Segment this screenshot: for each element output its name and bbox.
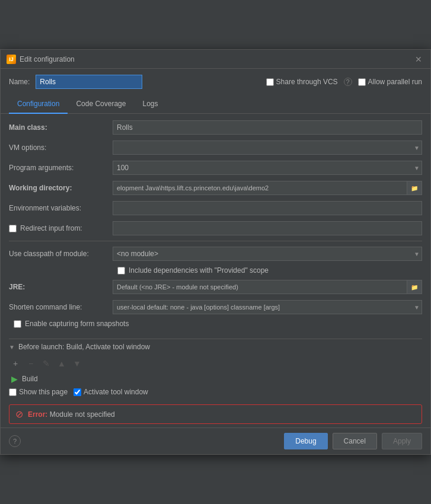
shorten-cmd-label: Shorten command line: xyxy=(9,303,113,311)
vm-options-row: VM options: ▼ xyxy=(9,140,422,155)
build-item-label: Build xyxy=(22,375,38,383)
vm-options-label: VM options: xyxy=(9,143,113,152)
before-launch-area: ▼ Before launch: Build, Activate tool wi… xyxy=(1,339,430,401)
footer-help-button[interactable]: ? xyxy=(9,435,21,447)
before-launch-down-button[interactable]: ▼ xyxy=(71,357,84,370)
jre-input[interactable] xyxy=(113,280,407,294)
jre-browse-button[interactable]: 📁 xyxy=(407,280,422,294)
build-arrow-icon: ▶ xyxy=(11,374,18,384)
dialog-title: Edit configuration xyxy=(20,55,75,63)
working-dir-row: Working directory: 📁 xyxy=(9,180,422,196)
close-button[interactable]: ✕ xyxy=(413,54,424,65)
show-page-label: Show this page xyxy=(19,388,68,396)
show-page-checkbox[interactable] xyxy=(9,388,17,396)
name-label: Name: xyxy=(9,78,30,86)
redirect-input-checkbox[interactable] xyxy=(9,225,17,232)
apply-button[interactable]: Apply xyxy=(382,433,422,449)
enable-snapshots-row: Enable capturing form snapshots xyxy=(9,320,422,328)
share-vcs-help-icon[interactable]: ? xyxy=(344,78,352,86)
title-bar-left: IJ Edit configuration xyxy=(7,55,75,64)
activate-tool-checkbox[interactable] xyxy=(74,388,81,396)
tab-logs[interactable]: Logs xyxy=(134,95,166,114)
working-dir-field: 📁 xyxy=(113,181,422,195)
edit-configuration-dialog: IJ Edit configuration ✕ Name: Share thro… xyxy=(0,49,431,455)
program-args-input[interactable] xyxy=(113,161,422,175)
allow-parallel-checkbox[interactable] xyxy=(358,78,366,86)
before-launch-remove-button[interactable]: − xyxy=(24,357,37,370)
tabs-bar: Configuration Code Coverage Logs xyxy=(1,95,430,114)
redirect-input-label: Redirect input from: xyxy=(20,224,82,232)
before-launch-toggle-icon[interactable]: ▼ xyxy=(9,344,15,350)
cancel-button[interactable]: Cancel xyxy=(333,433,377,449)
shorten-cmd-row: Shorten command line: ▼ xyxy=(9,299,422,315)
before-launch-add-button[interactable]: + xyxy=(9,357,22,370)
working-dir-input[interactable] xyxy=(113,181,407,195)
working-dir-browse-button[interactable]: 📁 xyxy=(407,181,422,195)
share-vcs-checkbox-label[interactable]: Share through VCS xyxy=(266,78,338,86)
app-icon: IJ xyxy=(7,55,16,64)
error-icon: ⊘ xyxy=(15,409,23,420)
error-text: Error: Module not specified xyxy=(28,410,115,419)
show-page-row: Show this page Activate tool window xyxy=(9,385,422,401)
redirect-input-field[interactable] xyxy=(113,221,422,235)
before-launch-toolbar: + − ✎ ▲ ▼ xyxy=(9,355,422,372)
jre-row: JRE: 📁 xyxy=(9,279,422,295)
include-deps-row: Include dependencies with "Provided" sco… xyxy=(9,266,422,275)
before-launch-label: Before launch: Build, Activate tool wind… xyxy=(18,343,150,351)
before-launch-up-button[interactable]: ▲ xyxy=(55,357,68,370)
enable-snapshots-label: Enable capturing form snapshots xyxy=(25,320,129,328)
header-row: Name: Share through VCS ? Allow parallel… xyxy=(1,69,430,95)
working-dir-label: Working directory: xyxy=(9,184,113,192)
main-class-input[interactable] xyxy=(113,120,422,135)
error-message: Module not specified xyxy=(50,410,115,419)
classpath-row: Use classpath of module: <no module> ▼ xyxy=(9,246,422,261)
include-deps-checkbox[interactable] xyxy=(117,267,125,275)
jre-label: JRE: xyxy=(9,283,113,291)
env-vars-row: Environment variables: xyxy=(9,200,422,216)
include-deps-label: Include dependencies with "Provided" sco… xyxy=(129,266,269,275)
activate-tool-label: Activate tool window xyxy=(84,388,148,396)
configuration-tab-content: Main class: VM options: ▼ Program argume… xyxy=(1,114,430,428)
tab-code-coverage[interactable]: Code Coverage xyxy=(68,95,134,114)
before-launch-edit-button[interactable]: ✎ xyxy=(40,357,53,370)
share-vcs-label: Share through VCS xyxy=(276,78,338,86)
classpath-select[interactable]: <no module> xyxy=(113,247,422,261)
form-body: Main class: VM options: ▼ Program argume… xyxy=(1,114,430,339)
error-bar: ⊘ Error: Module not specified xyxy=(9,404,422,424)
env-vars-label: Environment variables: xyxy=(9,204,113,212)
before-launch-build-item: ▶ Build xyxy=(9,372,422,385)
header-options: Share through VCS ? Allow parallel run xyxy=(266,78,422,86)
show-page-checkbox-label[interactable]: Show this page xyxy=(9,388,68,396)
jre-field: 📁 xyxy=(113,280,422,294)
program-args-label: Program arguments: xyxy=(9,164,113,172)
shorten-cmd-input[interactable] xyxy=(113,300,422,314)
share-vcs-checkbox[interactable] xyxy=(266,78,274,86)
divider-1 xyxy=(9,241,422,241)
main-class-row: Main class: xyxy=(9,120,422,135)
env-vars-input[interactable] xyxy=(113,201,422,215)
footer-left: ? xyxy=(9,435,21,447)
classpath-label: Use classpath of module: xyxy=(9,250,113,258)
footer: ? Debug Cancel Apply xyxy=(1,428,430,454)
enable-snapshots-checkbox[interactable] xyxy=(14,320,21,328)
name-input[interactable] xyxy=(36,75,142,89)
build-run-icon: ▶ xyxy=(10,375,18,383)
activate-tool-checkbox-label[interactable]: Activate tool window xyxy=(74,388,148,396)
allow-parallel-checkbox-label[interactable]: Allow parallel run xyxy=(358,78,422,86)
vm-options-input[interactable] xyxy=(113,141,422,155)
program-args-row: Program arguments: ▼ xyxy=(9,160,422,176)
title-bar: IJ Edit configuration ✕ xyxy=(1,50,430,69)
redirect-input-row: Redirect input from: xyxy=(9,221,422,236)
tab-configuration[interactable]: Configuration xyxy=(9,95,68,114)
before-launch-header: ▼ Before launch: Build, Activate tool wi… xyxy=(9,339,422,355)
main-class-label: Main class: xyxy=(9,123,113,132)
allow-parallel-label: Allow parallel run xyxy=(368,78,422,86)
debug-button[interactable]: Debug xyxy=(284,433,327,449)
footer-buttons: Debug Cancel Apply xyxy=(284,433,422,449)
error-label: Error: xyxy=(28,410,47,419)
